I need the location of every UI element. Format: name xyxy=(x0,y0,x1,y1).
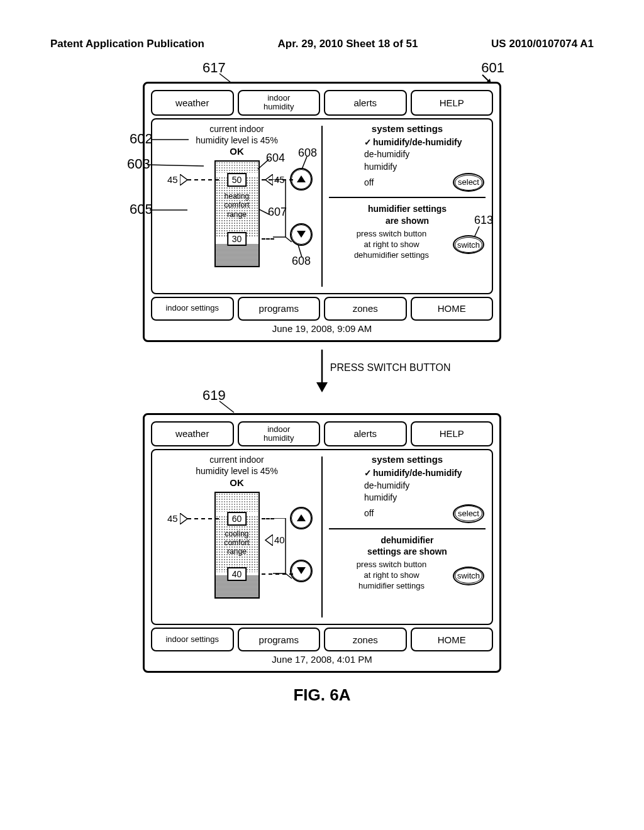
gauge-left-value: 45 xyxy=(167,174,178,185)
system-settings-title: system settings xyxy=(326,454,488,465)
tab-programs[interactable]: programs xyxy=(238,297,321,321)
gauge-range-label: cooling comfort range xyxy=(218,529,256,556)
status-line-2: humidity level is 45% xyxy=(156,465,318,477)
tab-programs[interactable]: programs xyxy=(238,628,321,651)
svg-line-9 xyxy=(302,157,307,169)
gauge-left-value: 45 xyxy=(167,513,178,524)
increase-button[interactable] xyxy=(290,168,313,191)
status-ok: OK xyxy=(156,477,318,488)
option-dehumidify[interactable]: de-humidify xyxy=(326,480,488,492)
status-line-1: current indoor xyxy=(156,454,318,465)
device-screen-619: weather indoor humidity alerts HELP curr… xyxy=(143,413,501,673)
tab-home[interactable]: HOME xyxy=(411,297,494,321)
svg-line-8 xyxy=(258,159,269,169)
status-ok: OK xyxy=(156,146,318,157)
humidity-gauge: 60 cooling comfort range 40 xyxy=(214,492,260,599)
settings-shown-label: humidifier settings are shown xyxy=(326,203,488,226)
increase-button[interactable] xyxy=(290,507,313,529)
option-off[interactable]: off xyxy=(364,507,374,520)
tab-zones[interactable]: zones xyxy=(324,628,407,651)
ref-601: 601 xyxy=(481,60,504,76)
header-left: Patent Application Publication xyxy=(50,38,204,50)
flow-label: PRESS SWITCH BUTTON xyxy=(330,362,451,374)
svg-line-10 xyxy=(259,209,269,214)
triangle-up-icon xyxy=(297,514,306,521)
svg-line-11 xyxy=(298,245,302,257)
tab-zones[interactable]: zones xyxy=(324,297,407,321)
switch-hint: press switch button at right to show deh… xyxy=(330,229,453,261)
option-off[interactable]: off xyxy=(364,177,374,189)
system-settings-title: system settings xyxy=(326,123,488,134)
gauge-range-label: heating comfort range xyxy=(218,192,256,219)
ref-617: 617 xyxy=(203,60,226,76)
triangle-down-icon xyxy=(297,567,306,574)
right-pane: system settings humidify/de-humidify de-… xyxy=(323,119,492,293)
right-pane: system settings humidify/de-humidify de-… xyxy=(323,450,492,624)
svg-marker-6 xyxy=(180,174,187,185)
gauge-upper-setpoint[interactable]: 60 xyxy=(227,512,247,526)
humidity-gauge: 50 heating comfort range 30 xyxy=(214,160,260,267)
triangle-up-icon xyxy=(297,175,306,182)
select-button[interactable]: select xyxy=(453,173,484,192)
decrease-button[interactable] xyxy=(290,560,313,582)
switch-button[interactable]: switch xyxy=(453,567,484,585)
switch-button[interactable]: switch xyxy=(453,235,484,254)
select-button[interactable]: select xyxy=(453,504,484,523)
left-pane: 602 603 605 current indoor humidity leve… xyxy=(152,119,321,293)
tab-alerts[interactable]: alerts xyxy=(324,90,407,116)
tab-indoor-humidity[interactable]: indoor humidity xyxy=(238,90,321,116)
svg-marker-17 xyxy=(265,534,273,546)
option-dehumidify[interactable]: de-humidify xyxy=(326,148,488,161)
tab-indoor-humidity[interactable]: indoor humidity xyxy=(238,421,321,447)
datetime-label: June 19, 2008, 9:09 AM xyxy=(151,323,493,334)
left-pane: current indoor humidity level is 45% OK … xyxy=(152,450,321,624)
option-humidify-dehumidify[interactable]: humidify/de-humidify xyxy=(326,467,488,480)
ref-613: 613 xyxy=(474,214,493,227)
status-line-1: current indoor xyxy=(156,123,318,135)
header-right: US 2010/0107074 A1 xyxy=(491,38,594,50)
datetime-label: June 17, 2008, 4:01 PM xyxy=(151,654,493,665)
option-humidify[interactable]: humidify xyxy=(326,492,488,504)
tab-home[interactable]: HOME xyxy=(411,628,494,651)
svg-line-15 xyxy=(219,401,234,412)
gauge-lower-setpoint[interactable]: 40 xyxy=(227,567,247,581)
option-humidify[interactable]: humidify xyxy=(326,161,488,174)
switch-hint: press switch button at right to show hum… xyxy=(330,560,453,592)
tab-indoor-settings[interactable]: indoor settings xyxy=(151,628,234,651)
tab-weather[interactable]: weather xyxy=(151,90,234,116)
tab-alerts[interactable]: alerts xyxy=(324,421,407,447)
figure-label: FIG. 6A xyxy=(121,685,523,705)
settings-shown-label: dehumidifier settings are shown xyxy=(326,534,488,557)
gauge-lower-setpoint[interactable]: 30 xyxy=(227,232,247,246)
device-screen-617: weather indoor humidity alerts HELP 602 … xyxy=(143,82,501,342)
pointer-left-icon xyxy=(264,534,273,546)
tab-indoor-settings[interactable]: indoor settings xyxy=(151,297,234,321)
ref-602: 602 xyxy=(130,131,153,147)
ref-619: 619 xyxy=(203,387,605,404)
decrease-button[interactable] xyxy=(290,223,313,246)
tab-weather[interactable]: weather xyxy=(151,421,234,447)
svg-marker-16 xyxy=(180,513,187,524)
option-humidify-dehumidify[interactable]: humidify/de-humidify xyxy=(326,136,488,149)
tab-help[interactable]: HELP xyxy=(411,421,494,447)
tab-help[interactable]: HELP xyxy=(411,90,494,116)
header-center: Apr. 29, 2010 Sheet 18 of 51 xyxy=(278,38,418,50)
gauge-upper-setpoint[interactable]: 50 xyxy=(227,173,247,187)
triangle-down-icon xyxy=(297,231,306,238)
